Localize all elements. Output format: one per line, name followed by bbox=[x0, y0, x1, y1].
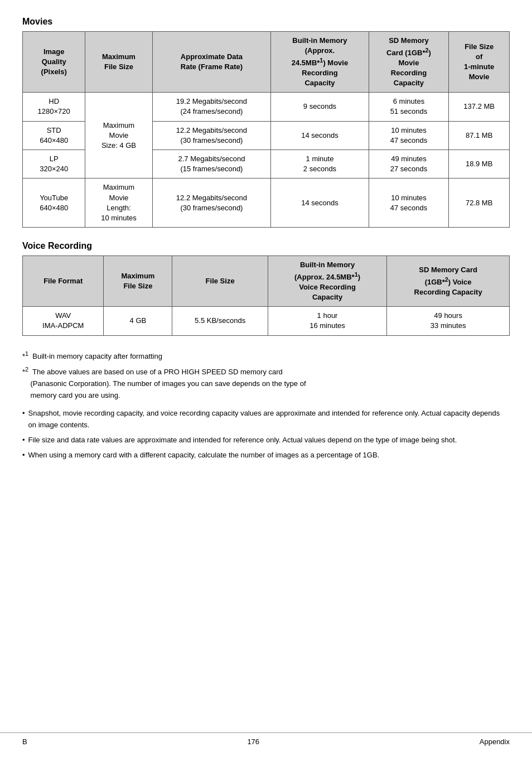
bullet-item-2: • File size and data rate values are app… bbox=[22, 435, 510, 446]
bullet-text-3: When using a memory card with a differen… bbox=[28, 450, 380, 461]
col-header-builtin: Built-in Memory(Approx.24.5MB*1) MovieRe… bbox=[271, 32, 369, 93]
builtin-hd: 9 seconds bbox=[271, 93, 369, 121]
voice-header-row: File Format MaximumFile Size File Size B… bbox=[23, 256, 510, 307]
footnote-1: *1 Built-in memory capacity after format… bbox=[22, 349, 510, 363]
voice-table: File Format MaximumFile Size File Size B… bbox=[22, 255, 510, 335]
filesize-youtube: 72.8 MB bbox=[449, 179, 510, 228]
movies-section: Movies ImageQuality(Pixels) MaximumFile … bbox=[22, 17, 510, 228]
bullet-text-1: Snapshot, movie recording capacity, and … bbox=[28, 408, 510, 431]
col-header-sd: SD MemoryCard (1GB*2)MovieRecordingCapac… bbox=[369, 32, 449, 93]
movies-header-row: ImageQuality(Pixels) MaximumFile Size Ap… bbox=[23, 32, 510, 93]
max-file-size-youtube: MaximumMovieLength:10 minutes bbox=[85, 179, 152, 228]
voice-title: Voice Recording bbox=[22, 241, 510, 251]
page-footer: B 176 Appendix bbox=[0, 732, 532, 746]
builtin-std: 14 seconds bbox=[271, 121, 369, 150]
voice-col-format: File Format bbox=[23, 256, 104, 307]
sd-std: 10 minutes47 seconds bbox=[369, 121, 449, 150]
quality-lp: LP320×240 bbox=[23, 150, 85, 179]
bullet-text-2: File size and data rate values are appro… bbox=[28, 435, 457, 446]
sd-hd: 6 minutes51 seconds bbox=[369, 93, 449, 121]
builtin-youtube: 14 seconds bbox=[271, 179, 369, 228]
data-rate-youtube: 12.2 Megabits/second(30 frames/second) bbox=[152, 179, 271, 228]
col-header-max-file-size: MaximumFile Size bbox=[85, 32, 152, 93]
voice-col-filesize: File Size bbox=[172, 256, 268, 307]
voice-filesize: 5.5 KB/seconds bbox=[172, 307, 268, 335]
voice-row-wav: WAVIMA-ADPCM 4 GB 5.5 KB/seconds 1 hour1… bbox=[23, 307, 510, 335]
filesize-std: 87.1 MB bbox=[449, 121, 510, 150]
footer-center: 176 bbox=[247, 737, 259, 746]
movies-table: ImageQuality(Pixels) MaximumFile Size Ap… bbox=[22, 31, 510, 228]
voice-format: WAVIMA-ADPCM bbox=[23, 307, 104, 335]
filesize-lp: 18.9 MB bbox=[449, 150, 510, 179]
movies-title: Movies bbox=[22, 17, 510, 27]
movies-row-hd: HD1280×720 MaximumMovieSize: 4 GB 19.2 M… bbox=[23, 93, 510, 121]
max-file-size-group1: MaximumMovieSize: 4 GB bbox=[85, 93, 152, 179]
col-header-filesize: File Sizeof1-minuteMovie bbox=[449, 32, 510, 93]
footer-right: Appendix bbox=[480, 737, 510, 746]
filesize-hd: 137.2 MB bbox=[449, 93, 510, 121]
quality-std: STD640×480 bbox=[23, 121, 85, 150]
voice-col-builtin: Built-in Memory(Approx. 24.5MB*1)Voice R… bbox=[268, 256, 386, 307]
sd-lp: 49 minutes27 seconds bbox=[369, 150, 449, 179]
voice-section: Voice Recording File Format MaximumFile … bbox=[22, 241, 510, 335]
quality-youtube: YouTube640×480 bbox=[23, 179, 85, 228]
quality-hd: HD1280×720 bbox=[23, 93, 85, 121]
movies-row-youtube: YouTube640×480 MaximumMovieLength:10 min… bbox=[23, 179, 510, 228]
footnotes: *1 Built-in memory capacity after format… bbox=[22, 349, 510, 402]
voice-max-size: 4 GB bbox=[104, 307, 172, 335]
bullet-symbol-2: • bbox=[22, 435, 25, 446]
voice-col-sd: SD Memory Card(1GB*2) VoiceRecording Cap… bbox=[387, 256, 510, 307]
footnote-2: *2 The above values are based on use of … bbox=[22, 365, 510, 402]
bullet-symbol-1: • bbox=[22, 408, 25, 420]
bullet-notes: • Snapshot, movie recording capacity, an… bbox=[22, 408, 510, 461]
builtin-lp: 1 minute2 seconds bbox=[271, 150, 369, 179]
bullet-item-3: • When using a memory card with a differ… bbox=[22, 450, 510, 461]
data-rate-hd: 19.2 Megabits/second(24 frames/second) bbox=[152, 93, 271, 121]
bullet-symbol-3: • bbox=[22, 450, 25, 461]
voice-sd: 49 hours33 minutes bbox=[387, 307, 510, 335]
voice-col-max-size: MaximumFile Size bbox=[104, 256, 172, 307]
data-rate-lp: 2.7 Megabits/second(15 frames/second) bbox=[152, 150, 271, 179]
col-header-data-rate: Approximate DataRate (Frame Rate) bbox=[152, 32, 271, 93]
col-header-quality: ImageQuality(Pixels) bbox=[23, 32, 85, 93]
sd-youtube: 10 minutes47 seconds bbox=[369, 179, 449, 228]
bullet-item-1: • Snapshot, movie recording capacity, an… bbox=[22, 408, 510, 431]
voice-builtin: 1 hour16 minutes bbox=[268, 307, 386, 335]
data-rate-std: 12.2 Megabits/second(30 frames/second) bbox=[152, 121, 271, 150]
footer-left: B bbox=[22, 737, 27, 746]
